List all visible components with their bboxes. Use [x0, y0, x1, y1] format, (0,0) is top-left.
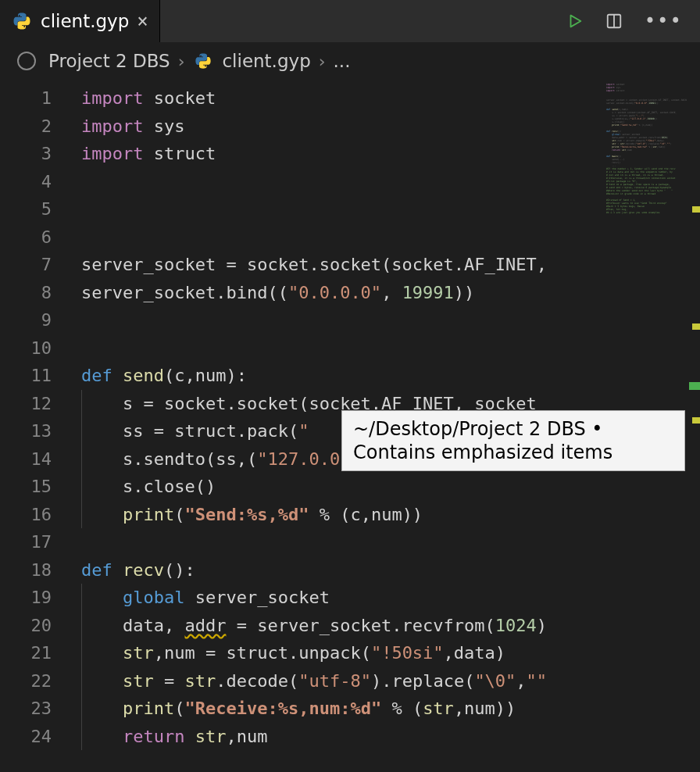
- breadcrumb-tooltip: ~/Desktop/Project 2 DBS • Contains empha…: [341, 410, 685, 471]
- line-number: 9: [0, 306, 70, 334]
- line-number: 24: [0, 723, 70, 751]
- line-number: 5: [0, 195, 70, 223]
- python-icon: [192, 50, 214, 72]
- split-editor-icon[interactable]: [605, 13, 623, 30]
- tab-bar: client.gyp × •••: [0, 0, 700, 42]
- line-number: 4: [0, 168, 70, 196]
- line-number: 18: [0, 556, 70, 584]
- code-line[interactable]: print("Receive:%s,num:%d" % (str,num)): [70, 695, 700, 723]
- chevron-right-icon: ›: [178, 52, 185, 71]
- line-number: 17: [0, 528, 70, 556]
- code-line[interactable]: print("Send:%s,%d" % (c,num)): [70, 501, 700, 529]
- run-icon[interactable]: [566, 13, 584, 30]
- line-number: 14: [0, 445, 70, 474]
- line-number: 1: [0, 84, 70, 113]
- code-line[interactable]: [70, 306, 700, 334]
- line-number: 21: [0, 639, 70, 667]
- line-number: 3: [0, 140, 70, 168]
- line-number: 15: [0, 473, 70, 501]
- line-number: 13: [0, 417, 70, 445]
- minimap[interactable]: import socket import sys import struct s…: [605, 83, 700, 286]
- code-line[interactable]: data, addr = server_socket.recvfrom(1024…: [70, 612, 700, 640]
- line-number: 10: [0, 334, 70, 363]
- tab-client-gyp[interactable]: client.gyp ×: [0, 0, 160, 42]
- code-line[interactable]: global server_socket: [70, 584, 700, 612]
- code-line[interactable]: return str,num: [70, 723, 700, 751]
- code-line[interactable]: def recv():: [70, 556, 700, 584]
- line-number: 11: [0, 362, 70, 390]
- breadcrumb-folder[interactable]: Project 2 DBS: [48, 51, 170, 71]
- editor-actions: •••: [549, 10, 700, 32]
- line-number: 19: [0, 584, 70, 612]
- chevron-right-icon: ›: [319, 52, 326, 71]
- tab-filename: client.gyp: [41, 11, 129, 31]
- code-line[interactable]: [70, 334, 700, 363]
- line-number: 22: [0, 667, 70, 695]
- line-number: 23: [0, 695, 70, 723]
- line-number: 12: [0, 390, 70, 418]
- code-line[interactable]: str = str.decode("utf-8").replace("\0","…: [70, 667, 700, 695]
- python-icon: [11, 10, 33, 32]
- code-line[interactable]: [70, 528, 700, 556]
- close-icon[interactable]: ×: [137, 10, 148, 32]
- breadcrumb-file[interactable]: client.gyp: [222, 51, 310, 71]
- line-number: 16: [0, 501, 70, 529]
- line-number: 7: [0, 251, 70, 279]
- breadcrumb-overflow[interactable]: ...: [334, 51, 351, 71]
- more-icon[interactable]: •••: [645, 10, 683, 32]
- line-number-gutter: 123456789101112131415161718192021222324: [0, 80, 70, 772]
- breadcrumb-circle-icon: [17, 52, 36, 70]
- line-number: 20: [0, 612, 70, 640]
- code-line[interactable]: s.close(): [70, 473, 700, 501]
- line-number: 6: [0, 223, 70, 252]
- overview-ruler: [691, 42, 700, 772]
- line-number: 2: [0, 113, 70, 141]
- line-number: 8: [0, 279, 70, 307]
- code-line[interactable]: def send(c,num):: [70, 362, 700, 390]
- breadcrumb[interactable]: Project 2 DBS › client.gyp › ...: [0, 42, 700, 80]
- code-line[interactable]: str,num = struct.unpack("!50si",data): [70, 639, 700, 667]
